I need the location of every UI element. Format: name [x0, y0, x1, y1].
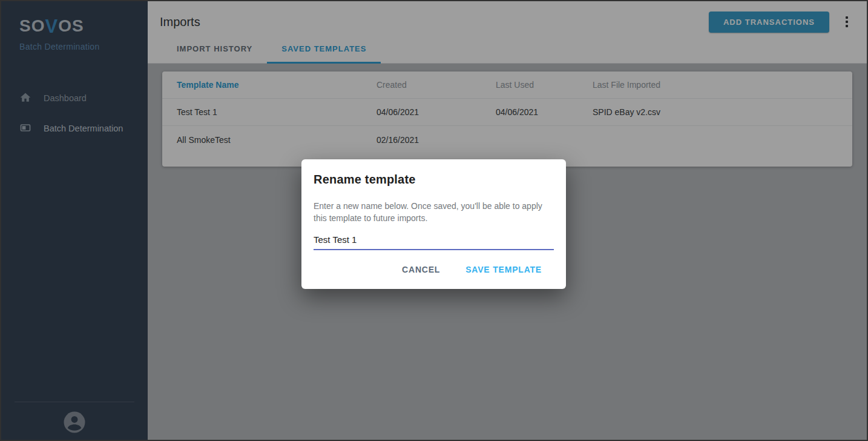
- dialog-title: Rename template: [314, 173, 554, 187]
- template-name-input[interactable]: [314, 234, 554, 250]
- dialog-actions: CANCEL SAVE TEMPLATE: [314, 265, 554, 274]
- save-template-button[interactable]: SAVE TEMPLATE: [465, 265, 542, 274]
- cancel-button[interactable]: CANCEL: [402, 265, 440, 274]
- dialog-description: Enter a new name below. Once saved, you'…: [314, 200, 551, 225]
- app-window: SOVOS Batch Determination Dashboard Batc…: [0, 0, 868, 441]
- rename-template-dialog: Rename template Enter a new name below. …: [301, 159, 566, 289]
